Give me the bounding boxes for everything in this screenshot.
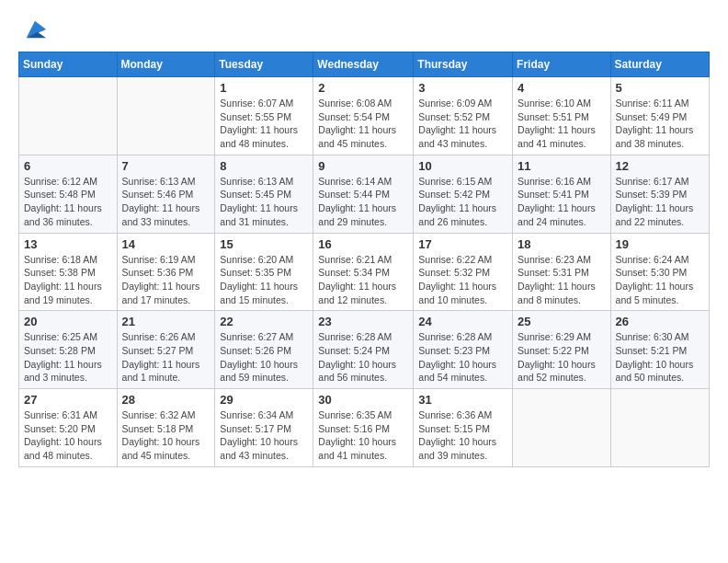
calendar-header: SundayMondayTuesdayWednesdayThursdayFrid…	[19, 52, 710, 77]
day-number: 16	[318, 237, 408, 251]
day-number: 4	[518, 81, 606, 95]
day-info: Sunrise: 6:36 AM Sunset: 5:15 PM Dayligh…	[418, 408, 507, 463]
day-cell: 29Sunrise: 6:34 AM Sunset: 5:17 PM Dayli…	[215, 389, 313, 467]
day-cell: 10Sunrise: 6:15 AM Sunset: 5:42 PM Dayli…	[414, 155, 513, 233]
day-cell: 22Sunrise: 6:27 AM Sunset: 5:26 PM Dayli…	[215, 311, 313, 389]
day-info: Sunrise: 6:13 AM Sunset: 5:46 PM Dayligh…	[122, 175, 210, 229]
day-number: 7	[122, 159, 210, 173]
day-cell: 4Sunrise: 6:10 AM Sunset: 5:51 PM Daylig…	[513, 77, 611, 155]
day-cell	[117, 77, 215, 155]
day-info: Sunrise: 6:20 AM Sunset: 5:35 PM Dayligh…	[220, 253, 308, 307]
day-info: Sunrise: 6:25 AM Sunset: 5:28 PM Dayligh…	[24, 330, 112, 385]
day-number: 9	[318, 159, 408, 173]
day-number: 18	[518, 237, 606, 251]
day-number: 14	[122, 237, 210, 251]
day-number: 3	[418, 81, 507, 95]
day-number: 20	[24, 315, 112, 328]
day-info: Sunrise: 6:15 AM Sunset: 5:42 PM Dayligh…	[418, 175, 507, 229]
day-cell: 5Sunrise: 6:11 AM Sunset: 5:49 PM Daylig…	[610, 77, 709, 155]
day-number: 2	[318, 81, 408, 95]
header-day-thursday: Thursday	[414, 52, 513, 77]
week-row-5: 27Sunrise: 6:31 AM Sunset: 5:20 PM Dayli…	[19, 389, 710, 467]
day-info: Sunrise: 6:10 AM Sunset: 5:51 PM Dayligh…	[518, 97, 606, 151]
day-cell: 18Sunrise: 6:23 AM Sunset: 5:31 PM Dayli…	[513, 233, 611, 311]
day-cell: 15Sunrise: 6:20 AM Sunset: 5:35 PM Dayli…	[215, 233, 313, 311]
week-row-1: 1Sunrise: 6:07 AM Sunset: 5:55 PM Daylig…	[19, 77, 710, 155]
day-number: 11	[518, 159, 606, 173]
header-day-saturday: Saturday	[610, 52, 709, 77]
day-number: 31	[418, 393, 507, 407]
day-cell: 8Sunrise: 6:13 AM Sunset: 5:45 PM Daylig…	[215, 155, 313, 233]
day-cell: 23Sunrise: 6:28 AM Sunset: 5:24 PM Dayli…	[313, 311, 414, 389]
day-number: 21	[122, 315, 210, 328]
header-day-tuesday: Tuesday	[215, 52, 313, 77]
day-info: Sunrise: 6:21 AM Sunset: 5:34 PM Dayligh…	[318, 253, 408, 307]
day-info: Sunrise: 6:19 AM Sunset: 5:36 PM Dayligh…	[122, 253, 210, 307]
day-number: 17	[418, 237, 507, 251]
logo-icon	[22, 17, 48, 42]
day-cell: 3Sunrise: 6:09 AM Sunset: 5:52 PM Daylig…	[414, 77, 513, 155]
day-cell: 9Sunrise: 6:14 AM Sunset: 5:44 PM Daylig…	[313, 155, 414, 233]
day-info: Sunrise: 6:08 AM Sunset: 5:54 PM Dayligh…	[318, 97, 408, 151]
day-info: Sunrise: 6:14 AM Sunset: 5:44 PM Dayligh…	[318, 175, 408, 229]
calendar-page: SundayMondayTuesdayWednesdayThursdayFrid…	[0, 0, 728, 563]
week-row-4: 20Sunrise: 6:25 AM Sunset: 5:28 PM Dayli…	[19, 311, 710, 389]
day-info: Sunrise: 6:12 AM Sunset: 5:48 PM Dayligh…	[24, 175, 112, 229]
day-info: Sunrise: 6:29 AM Sunset: 5:22 PM Dayligh…	[518, 330, 606, 385]
day-number: 23	[318, 315, 408, 328]
day-cell: 20Sunrise: 6:25 AM Sunset: 5:28 PM Dayli…	[19, 311, 118, 389]
day-cell	[610, 389, 709, 467]
day-number: 28	[122, 393, 210, 407]
day-number: 12	[616, 159, 704, 173]
day-info: Sunrise: 6:13 AM Sunset: 5:45 PM Dayligh…	[220, 175, 308, 229]
day-number: 25	[518, 315, 606, 328]
day-number: 6	[24, 159, 112, 173]
day-cell: 7Sunrise: 6:13 AM Sunset: 5:46 PM Daylig…	[117, 155, 215, 233]
day-cell: 21Sunrise: 6:26 AM Sunset: 5:27 PM Dayli…	[117, 311, 215, 389]
day-cell: 12Sunrise: 6:17 AM Sunset: 5:39 PM Dayli…	[610, 155, 709, 233]
day-info: Sunrise: 6:34 AM Sunset: 5:17 PM Dayligh…	[220, 408, 308, 463]
day-number: 29	[220, 393, 308, 407]
calendar-table: SundayMondayTuesdayWednesdayThursdayFrid…	[18, 52, 710, 467]
day-cell: 27Sunrise: 6:31 AM Sunset: 5:20 PM Dayli…	[19, 389, 118, 467]
day-info: Sunrise: 6:35 AM Sunset: 5:16 PM Dayligh…	[318, 408, 408, 463]
week-row-2: 6Sunrise: 6:12 AM Sunset: 5:48 PM Daylig…	[19, 155, 710, 233]
day-info: Sunrise: 6:28 AM Sunset: 5:23 PM Dayligh…	[418, 330, 507, 385]
day-cell: 13Sunrise: 6:18 AM Sunset: 5:38 PM Dayli…	[19, 233, 118, 311]
calendar-body: 1Sunrise: 6:07 AM Sunset: 5:55 PM Daylig…	[19, 77, 710, 467]
day-info: Sunrise: 6:16 AM Sunset: 5:41 PM Dayligh…	[518, 175, 606, 229]
header-day-monday: Monday	[117, 52, 215, 77]
day-cell: 19Sunrise: 6:24 AM Sunset: 5:30 PM Dayli…	[610, 233, 709, 311]
day-info: Sunrise: 6:22 AM Sunset: 5:32 PM Dayligh…	[418, 253, 507, 307]
day-info: Sunrise: 6:23 AM Sunset: 5:31 PM Dayligh…	[518, 253, 606, 307]
header-day-wednesday: Wednesday	[313, 52, 414, 77]
header-row: SundayMondayTuesdayWednesdayThursdayFrid…	[19, 52, 710, 77]
day-info: Sunrise: 6:17 AM Sunset: 5:39 PM Dayligh…	[616, 175, 704, 229]
day-cell	[513, 389, 611, 467]
day-number: 26	[616, 315, 704, 328]
day-number: 1	[220, 81, 308, 95]
day-info: Sunrise: 6:11 AM Sunset: 5:49 PM Dayligh…	[616, 97, 704, 151]
header-day-friday: Friday	[513, 52, 611, 77]
day-info: Sunrise: 6:09 AM Sunset: 5:52 PM Dayligh…	[418, 97, 507, 151]
day-number: 10	[418, 159, 507, 173]
logo	[18, 17, 48, 42]
page-header	[18, 17, 710, 42]
day-info: Sunrise: 6:30 AM Sunset: 5:21 PM Dayligh…	[616, 330, 704, 385]
day-number: 30	[318, 393, 408, 407]
day-number: 8	[220, 159, 308, 173]
day-cell: 14Sunrise: 6:19 AM Sunset: 5:36 PM Dayli…	[117, 233, 215, 311]
day-info: Sunrise: 6:24 AM Sunset: 5:30 PM Dayligh…	[616, 253, 704, 307]
header-day-sunday: Sunday	[19, 52, 118, 77]
day-info: Sunrise: 6:26 AM Sunset: 5:27 PM Dayligh…	[122, 330, 210, 385]
day-cell: 24Sunrise: 6:28 AM Sunset: 5:23 PM Dayli…	[414, 311, 513, 389]
day-cell: 17Sunrise: 6:22 AM Sunset: 5:32 PM Dayli…	[414, 233, 513, 311]
day-cell: 26Sunrise: 6:30 AM Sunset: 5:21 PM Dayli…	[610, 311, 709, 389]
day-info: Sunrise: 6:31 AM Sunset: 5:20 PM Dayligh…	[24, 408, 112, 463]
day-info: Sunrise: 6:32 AM Sunset: 5:18 PM Dayligh…	[122, 408, 210, 463]
day-cell: 25Sunrise: 6:29 AM Sunset: 5:22 PM Dayli…	[513, 311, 611, 389]
day-number: 5	[616, 81, 704, 95]
day-number: 24	[418, 315, 507, 328]
day-cell: 28Sunrise: 6:32 AM Sunset: 5:18 PM Dayli…	[117, 389, 215, 467]
day-number: 27	[24, 393, 112, 407]
